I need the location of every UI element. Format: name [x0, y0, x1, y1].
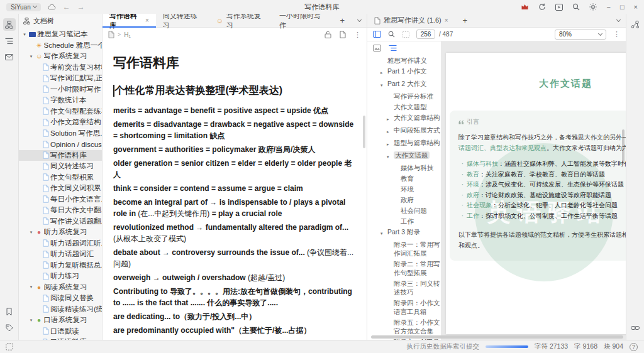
- zoom-select[interactable]: 80%: [555, 30, 606, 40]
- pdf-sidebar-toggle-icon[interactable]: [373, 31, 381, 38]
- new-tab-button[interactable]: +: [455, 14, 475, 27]
- outline-item[interactable]: 写作评分标准: [367, 90, 441, 101]
- tree-item[interactable]: 同义转述练习: [19, 161, 102, 172]
- close-tab-icon[interactable]: ×: [445, 17, 448, 24]
- editor-tab[interactable]: 同义转述练习: [156, 14, 209, 27]
- outline-item[interactable]: 政府: [367, 194, 441, 205]
- tree-item[interactable]: ☀Schedule 雅思一个...: [19, 40, 102, 52]
- tree-item[interactable]: 听力话题词汇听...: [19, 238, 102, 249]
- outline-view-icon[interactable]: [389, 45, 397, 52]
- tree-toggle-icon[interactable]: ▾: [28, 230, 35, 235]
- file-icon[interactable]: [340, 31, 346, 38]
- tree-toggle-icon[interactable]: ▾: [28, 318, 35, 323]
- outline-item[interactable]: 社会问题: [367, 205, 441, 215]
- outline-toggle-icon[interactable]: ▸: [387, 113, 394, 124]
- tree-item[interactable]: 阅读同义替换: [19, 293, 102, 304]
- editor-scrollbar[interactable]: [363, 116, 365, 148]
- outline-toggle-icon[interactable]: ▾: [380, 227, 387, 238]
- outline-item[interactable]: ▸大作文篇章结构: [367, 112, 441, 124]
- editor-tab[interactable]: 写作语料库×: [103, 14, 156, 27]
- editor-tab[interactable]: 一小时限时写作: [272, 14, 332, 27]
- editor-tab[interactable]: ☺写作系统复习: [209, 14, 272, 27]
- help-icon[interactable]: ?: [630, 343, 638, 351]
- tree-item[interactable]: Solution 写作思...: [19, 128, 102, 139]
- tree-item[interactable]: 小作文篇章结构: [19, 117, 102, 128]
- tree-item[interactable]: ▾●阅读系统复习: [19, 282, 102, 293]
- sync-icon[interactable]: [538, 3, 546, 11]
- cloud-sync-icon[interactable]: [48, 4, 56, 10]
- tree-item[interactable]: 每日小作文语言...: [19, 194, 102, 205]
- outline-item[interactable]: ▸Part 1 小作文: [367, 65, 441, 78]
- outline-toggle-icon[interactable]: ▸: [387, 126, 394, 136]
- tree-item[interactable]: 听力话题词汇: [19, 249, 102, 260]
- new-tab-button[interactable]: +: [332, 14, 352, 27]
- tree-item[interactable]: 作文同义词积累: [19, 183, 102, 194]
- close-tab-icon[interactable]: ×: [145, 17, 149, 24]
- outline-toggle-icon[interactable]: ▾: [380, 79, 387, 90]
- outline-toggle-icon[interactable]: ▾: [387, 151, 394, 161]
- close-button[interactable]: ×: [634, 3, 638, 11]
- tree-item[interactable]: Opinion / discus...: [19, 139, 102, 150]
- tree-item[interactable]: 写作词汇默写,正...: [19, 73, 102, 84]
- tree-item[interactable]: 口语默读: [19, 326, 102, 337]
- tree-item[interactable]: 写作语料库: [19, 150, 102, 161]
- theme-icon[interactable]: [589, 3, 597, 11]
- tree-item[interactable]: 听力复听概括总...: [19, 260, 102, 271]
- minimize-button[interactable]: −: [606, 3, 610, 11]
- outline-item[interactable]: 工作: [367, 215, 441, 226]
- editor-content[interactable]: 写作语料库 个性化常用表达替换整理(学术型表达) merits = advant…: [103, 41, 367, 340]
- lock-open-icon[interactable]: [325, 31, 331, 38]
- outline-item[interactable]: 附录五：小作文官方范文合集: [367, 317, 441, 336]
- pdf-more-icon[interactable]: ⋮: [613, 30, 620, 38]
- tab-list-chevron-icon[interactable]: [616, 17, 621, 21]
- pdf-viewer[interactable]: 英语驿站 大作文话题 引言 除了学习篇章结构和写作技巧之外，备考雅思大作文的另外…: [441, 41, 626, 340]
- tree-item[interactable]: 作文句型积累: [19, 172, 102, 183]
- outline-item[interactable]: ▾Part 2 大作文: [367, 78, 441, 90]
- pdf-horizontal-scrollbar[interactable]: [371, 335, 623, 339]
- workspace-dock-icon[interactable]: [6, 343, 13, 350]
- search-icon[interactable]: [572, 3, 580, 11]
- outline-dock-icon[interactable]: [3, 35, 16, 47]
- tree-item[interactable]: ▾☺写作系统复习: [19, 51, 102, 62]
- outline-item[interactable]: 附录三：同义转述技巧: [367, 278, 441, 297]
- tree-item[interactable]: 听力练习: [19, 271, 102, 282]
- tree-item[interactable]: 一小时限时写作: [19, 84, 102, 95]
- outline-item[interactable]: ▾大作文话题: [367, 149, 441, 162]
- pdf-search-icon[interactable]: [388, 31, 395, 38]
- doc-tree-dock-icon[interactable]: [3, 18, 16, 31]
- outline-toggle-icon[interactable]: ▸: [387, 138, 394, 149]
- outline-item[interactable]: 媒体与科技: [367, 162, 441, 173]
- more-icon[interactable]: ⋮: [354, 31, 361, 39]
- outline-item[interactable]: 环境: [367, 183, 441, 194]
- page-number-input[interactable]: [416, 30, 435, 39]
- backlink-dock-icon[interactable]: [629, 322, 641, 334]
- outline-item[interactable]: 大作文题型: [367, 101, 441, 112]
- tree-item[interactable]: 每日大作文中翻...: [19, 205, 102, 216]
- tree-item[interactable]: ▾●口语系统复习: [19, 315, 102, 326]
- tree-item[interactable]: 阅读精读练习(统...: [19, 304, 102, 315]
- tag-dock-icon[interactable]: [3, 322, 16, 334]
- back-button[interactable]: ←: [63, 3, 70, 11]
- workspace-switcher[interactable]: SiYuan: [6, 3, 41, 11]
- graph-view-dock-icon[interactable]: [629, 18, 641, 31]
- outline-item[interactable]: 附录二：常用写作句型拓展: [367, 258, 441, 278]
- tree-item[interactable]: 写作讲义话题翻...: [19, 216, 102, 227]
- outline-item[interactable]: 教育: [367, 173, 441, 183]
- tree-toggle-icon[interactable]: ▾: [28, 285, 35, 290]
- outline-item[interactable]: ▸中间段拓展方式: [367, 124, 441, 137]
- tree-toggle-icon[interactable]: ▾: [21, 32, 28, 37]
- tree-item[interactable]: 考前突击复习材料: [19, 62, 102, 73]
- rect-select-icon[interactable]: [402, 31, 409, 38]
- vip-crown-icon[interactable]: [521, 4, 529, 10]
- maximize-button[interactable]: □: [620, 3, 625, 11]
- plugin-panel-icon[interactable]: [555, 4, 563, 11]
- bookmark-dock-icon[interactable]: [3, 305, 16, 318]
- outline-item[interactable]: ▸题型与篇章结构: [367, 137, 441, 149]
- thumbnails-view-icon[interactable]: [373, 45, 381, 52]
- tab-list-chevron-icon[interactable]: [357, 17, 362, 21]
- outline-item[interactable]: ▾Part 3 附录: [367, 226, 441, 239]
- forward-button[interactable]: →: [77, 3, 85, 11]
- outline-item[interactable]: 附录一：常用写作词汇拓展: [367, 239, 441, 258]
- outline-toggle-icon[interactable]: ▸: [380, 67, 387, 77]
- pdf-tab[interactable]: 雅思写作讲义 (1.6) ×: [367, 14, 455, 27]
